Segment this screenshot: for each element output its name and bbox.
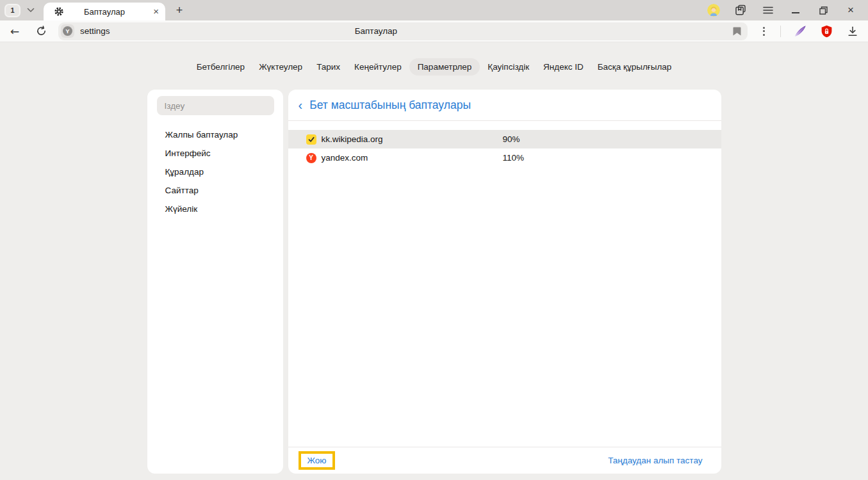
- deselect-link[interactable]: Таңдаудан алып тастау: [608, 456, 702, 465]
- back-chevron-icon[interactable]: ‹: [297, 99, 304, 111]
- sidebar-item-interface[interactable]: Интерфейс: [157, 144, 274, 163]
- panels-container: Жалпы баптаулар Интерфейс Құралдар Сайтт…: [147, 90, 721, 474]
- window-close-button[interactable]: ×: [844, 3, 858, 17]
- tab-security[interactable]: Қауіпсіздік: [481, 58, 536, 76]
- zoom-sites-list: kk.wikipedia.org 90% Y yandex.com 110%: [288, 130, 721, 167]
- window-restore-button[interactable]: [816, 3, 830, 17]
- content-footer: Жою Таңдаудан алып тастау: [288, 447, 721, 474]
- tab-close-icon[interactable]: ×: [153, 5, 159, 18]
- content-spacer: [288, 167, 721, 447]
- zoom-settings-panel: ‹ Бет масштабының баптаулары kk.wikipedi…: [288, 90, 721, 474]
- tab-settings[interactable]: Параметрлер: [409, 58, 480, 76]
- browser-toolbar: ← Y settings Баптаулар: [0, 20, 868, 42]
- sidebar-item-sites[interactable]: Сайттар: [157, 181, 274, 200]
- toolbar-kebab-menu-icon[interactable]: [759, 27, 768, 36]
- feather-extension-icon[interactable]: [793, 24, 807, 38]
- gear-icon: [54, 6, 64, 19]
- profile-avatar[interactable]: [707, 4, 720, 17]
- search-input[interactable]: [157, 96, 274, 115]
- protect-shield-icon[interactable]: [819, 24, 833, 38]
- settings-sidebar: Жалпы баптаулар Интерфейс Құралдар Сайтт…: [147, 90, 283, 474]
- browser-tab-settings[interactable]: Баптаулар ×: [44, 3, 165, 20]
- settings-nav-tabs: Бетбелгілер Жүктеулер Тарих Кеңейтулер П…: [0, 42, 868, 76]
- list-item-wikipedia[interactable]: kk.wikipedia.org 90%: [288, 130, 721, 148]
- menu-hamburger-icon[interactable]: [761, 3, 775, 17]
- sidebar-item-system[interactable]: Жүйелік: [157, 200, 274, 218]
- omnibox-page-title: Баптаулар: [355, 26, 397, 36]
- tab-bookmarks[interactable]: Бетбелгілер: [190, 58, 251, 76]
- page-title: Бет масштабының баптаулары: [309, 99, 471, 112]
- site-name: yandex.com: [322, 153, 503, 163]
- sidebar-item-tools[interactable]: Құралдар: [157, 163, 274, 181]
- site-badge[interactable]: Y: [61, 24, 74, 38]
- window-minimize-button[interactable]: [789, 3, 803, 17]
- tab-panels-icon[interactable]: [733, 3, 748, 17]
- new-tab-button[interactable]: +: [172, 3, 187, 18]
- content-header: ‹ Бет масштабының баптаулары: [288, 90, 721, 121]
- bookmark-flag-icon[interactable]: [732, 26, 742, 38]
- back-button[interactable]: ←: [7, 24, 22, 39]
- reload-button[interactable]: [33, 24, 49, 39]
- checkbox-checked-icon[interactable]: [306, 134, 316, 145]
- tab-history[interactable]: Тарих: [310, 58, 347, 76]
- tab-other-devices[interactable]: Басқа құрылғылар: [591, 58, 678, 76]
- tab-yandex-id[interactable]: Яндекс ID: [537, 58, 590, 76]
- list-item-yandex[interactable]: Y yandex.com 110%: [288, 148, 721, 167]
- zoom-value: 90%: [503, 134, 520, 144]
- address-bar[interactable]: Y settings Баптаулар: [58, 22, 748, 40]
- tab-extensions[interactable]: Кеңейтулер: [348, 58, 408, 76]
- tab-downloads[interactable]: Жүктеулер: [252, 58, 309, 76]
- toolbar-divider: [780, 26, 781, 37]
- yandex-favicon-icon: Y: [306, 153, 316, 163]
- delete-button[interactable]: Жою: [299, 451, 336, 470]
- downloads-icon[interactable]: [846, 24, 860, 38]
- settings-page: Бетбелгілер Жүктеулер Тарих Кеңейтулер П…: [0, 42, 868, 480]
- yandex-y-icon: Y: [63, 26, 72, 36]
- tab-strip: 1 Баптаулар × +: [0, 0, 868, 20]
- sidebar-item-general[interactable]: Жалпы баптаулар: [157, 125, 274, 144]
- site-name: kk.wikipedia.org: [322, 134, 503, 144]
- tab-counter-button[interactable]: 1: [4, 4, 20, 17]
- url-text: settings: [80, 26, 110, 36]
- zoom-value: 110%: [503, 153, 525, 163]
- tabs-chevron-down-icon[interactable]: [24, 8, 38, 13]
